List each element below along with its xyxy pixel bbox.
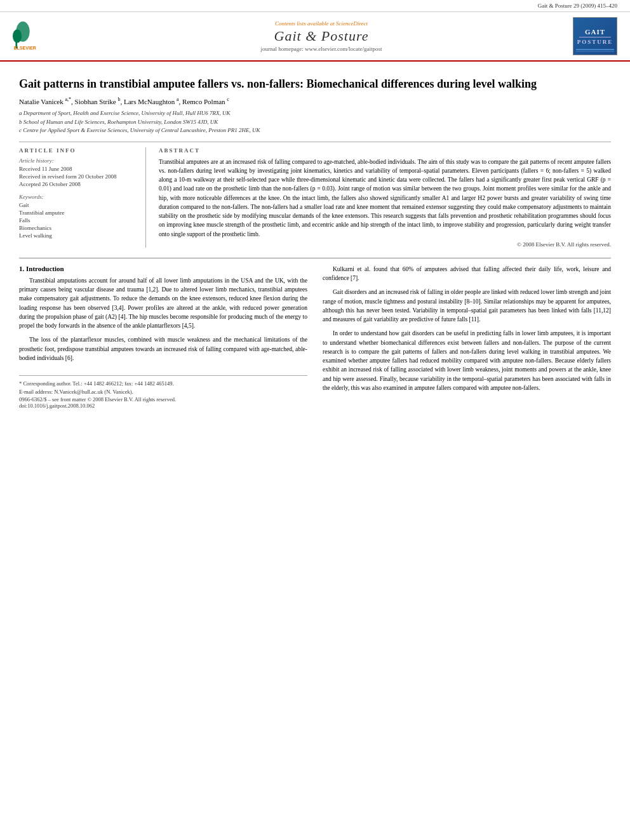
copyright-text: © 2008 Elsevier B.V. All rights reserved… (159, 241, 611, 248)
article-info-label: ARTICLE INFO (19, 147, 138, 154)
abstract-label: ABSTRACT (159, 147, 611, 154)
keywords-label: Keywords: (19, 194, 138, 200)
authors-line: Natalie Vanicek a,*, Siobhan Strike b, L… (19, 97, 611, 105)
logo-posture: POSTURE (577, 39, 613, 45)
intro-para-1: Transtibial amputations account for arou… (19, 276, 307, 331)
keyword-4: Biomechanics (19, 225, 138, 231)
affiliations: a Department of Sport, Health and Exerci… (19, 109, 611, 135)
intro-para-2: The loss of the plantarflexor muscles, c… (19, 335, 307, 363)
journal-logo-box: GAIT POSTURE (573, 17, 617, 55)
accepted-date: Accepted 26 October 2008 (19, 181, 138, 187)
keyword-2: Transtibial amputee (19, 210, 138, 216)
svg-point-2 (13, 29, 22, 43)
elsevier-logo: ELSEVIER (13, 20, 64, 53)
abstract-text: Transtibial amputees are at an increased… (159, 157, 611, 239)
author-siobhan: Siobhan Strike b (75, 98, 121, 105)
journal-title: Gait & Posture (70, 28, 573, 44)
intro-right-para-1: Kulkarni et al. found that 60% of ampute… (323, 265, 611, 283)
revised-date: Received in revised form 20 October 2008 (19, 173, 138, 180)
sciencedirect-link-text[interactable]: ScienceDirect (336, 20, 368, 27)
journal-header: ELSEVIER Contents lists available at Sci… (0, 12, 630, 62)
journal-center: Contents lists available at ScienceDirec… (70, 20, 573, 52)
journal-homepage: journal homepage: www.elsevier.com/locat… (70, 46, 573, 52)
sciencedirect-line: Contents lists available at ScienceDirec… (70, 20, 573, 27)
body-content: 1. Introduction Transtibial amputations … (19, 258, 611, 409)
intro-right-para-2: Gait disorders and an increased risk of … (323, 288, 611, 324)
body-two-col: 1. Introduction Transtibial amputations … (19, 265, 611, 409)
abstract-col: ABSTRACT Transtibial amputees are at an … (159, 147, 611, 248)
received-date: Received 11 June 2008 (19, 166, 138, 172)
affil-c: c Centre for Applied Sport & Exercise Sc… (19, 126, 611, 135)
logo-gait: GAIT (585, 28, 605, 36)
email-footnote: E-mail address: N.Vanicek@hull.ac.uk (N.… (19, 388, 307, 396)
author-remco: Remco Polman c (182, 98, 229, 105)
keyword-3: Falls (19, 217, 138, 223)
citation-bar: Gait & Posture 29 (2009) 415–420 (0, 0, 630, 12)
body-left-col: 1. Introduction Transtibial amputations … (19, 265, 307, 409)
affil-a: a Department of Sport, Health and Exerci… (19, 109, 611, 118)
author-lars: Lars McNaughton a (124, 98, 179, 105)
doi-text: doi:10.1016/j.gaitpost.2008.10.062 (19, 403, 307, 409)
keyword-1: Gait (19, 202, 138, 208)
author-natalie: Natalie Vanicek a,* (19, 98, 71, 105)
corresponding-author: * Corresponding author. Tel.: +44 1482 4… (19, 380, 307, 388)
svg-text:ELSEVIER: ELSEVIER (14, 46, 36, 51)
keyword-5: Level walking (19, 232, 138, 239)
issn-text: 0966-6362/$ – see front matter © 2008 El… (19, 396, 307, 403)
body-right-col: Kulkarni et al. found that 60% of ampute… (323, 265, 611, 409)
info-abstract-section: ARTICLE INFO Article history: Received 1… (19, 142, 611, 248)
intro-right-para-3: In order to understand how gait disorder… (323, 329, 611, 392)
affil-b: b School of Human and Life Sciences, Roe… (19, 118, 611, 127)
article-title: Gait patterns in transtibial amputee fal… (19, 77, 611, 91)
citation-text: Gait & Posture 29 (2009) 415–420 (538, 3, 617, 9)
history-label: Article history: (19, 157, 138, 164)
main-content: Gait patterns in transtibial amputee fal… (0, 62, 630, 422)
footnote-area: * Corresponding author. Tel.: +44 1482 4… (19, 375, 307, 409)
article-info-col: ARTICLE INFO Article history: Received 1… (19, 147, 146, 248)
intro-heading: 1. Introduction (19, 265, 307, 272)
